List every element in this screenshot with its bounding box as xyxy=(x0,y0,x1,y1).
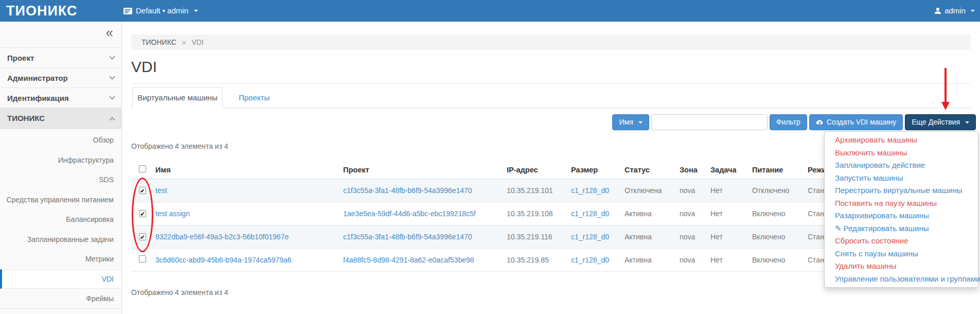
table-toolbar: Имя Фильтр Создать VDI машину Еще Действ… xyxy=(612,114,976,130)
sidebar-section-administrator[interactable]: Администратор xyxy=(0,68,121,88)
table-summary-bottom: Отображено 4 элемента из 4 xyxy=(131,288,228,296)
vm-name-link[interactable]: test xyxy=(155,186,167,195)
flavor-link[interactable]: c1_r128_d0 xyxy=(571,210,609,218)
column-header-status[interactable]: Статус xyxy=(621,161,676,179)
breadcrumb-separator: » xyxy=(182,38,186,46)
filter-button[interactable]: Фильтр xyxy=(770,114,807,130)
flavor-link[interactable]: c1_r128_d0 xyxy=(571,186,609,195)
sidebar-section-label: Проект xyxy=(7,54,34,62)
menu-item-pause[interactable]: Поставить на паузу машины xyxy=(825,197,978,210)
breadcrumb: ТИОНИКС » VDI xyxy=(131,34,971,50)
project-link[interactable]: f4a88fc5-8d98-4291-8a62-e0acaf53be98 xyxy=(343,256,474,264)
more-actions-button[interactable]: Еще Действия xyxy=(905,114,976,130)
sidebar-section-identity[interactable]: Идентификация xyxy=(0,88,121,108)
sidebar-subnav: Обзор Инфраструктура SDS Средства управл… xyxy=(0,129,121,309)
project-link[interactable]: c1f3c55a-3fa1-48fb-b6f9-54a3996e1470 xyxy=(343,233,472,241)
project-link[interactable]: 1ae3e5ea-59df-44d6-a5bc-ebc199218c5f xyxy=(343,210,476,218)
breadcrumb-current: VDI xyxy=(191,38,203,46)
menu-item-reset-state[interactable]: Сбросить состояние xyxy=(825,235,978,248)
column-header-size[interactable]: Размер xyxy=(567,161,621,179)
sidebar-item-overview[interactable]: Обзор xyxy=(0,130,121,150)
project-card-icon xyxy=(123,8,132,14)
menu-item-edit[interactable]: ✎Редактировать машины xyxy=(825,222,978,235)
vm-task: Нет xyxy=(707,202,749,225)
filter-field-dropdown[interactable]: Имя xyxy=(612,114,649,130)
sidebar-item-scheduled-tasks[interactable]: Запланированные задачи xyxy=(0,230,121,250)
menu-item-power-off[interactable]: Выключить машины xyxy=(825,147,978,160)
column-header-project[interactable]: Проект xyxy=(340,161,503,179)
vm-ip: 10.35.219.108 xyxy=(503,202,567,225)
menu-item-rebuild[interactable]: Перестроить виртуальные машины xyxy=(825,184,978,197)
menu-item-unarchive[interactable]: Разархивировать машины xyxy=(825,210,978,222)
vm-task: Нет xyxy=(707,248,749,271)
create-vdi-button[interactable]: Создать VDI машину xyxy=(809,114,903,130)
annotation-red-arrow-head xyxy=(941,102,950,110)
tab-virtual-machines[interactable]: Виртуальные машины xyxy=(132,87,223,108)
vm-name-link[interactable]: 8322dba9-e56f-49a3-b2c3-56b10f01967e xyxy=(155,233,289,241)
column-header-zone[interactable]: Зона xyxy=(676,161,707,179)
sidebar-section-label: Идентификация xyxy=(7,94,69,102)
vm-ip: 10.35.219.85 xyxy=(503,248,567,271)
user-menu[interactable]: admin xyxy=(934,0,975,22)
vm-status: Активна xyxy=(621,202,676,225)
column-header-name[interactable]: Имя xyxy=(152,161,340,179)
vm-zone: nova xyxy=(676,179,707,202)
menu-item-unpause[interactable]: Снять с паузы машины xyxy=(825,248,978,260)
sidebar-item-sds[interactable]: SDS xyxy=(0,170,121,190)
sidebar-item-metrics[interactable]: Метрики xyxy=(0,249,121,269)
row-checkbox[interactable] xyxy=(139,255,146,263)
more-actions-menu: Архивировать машины Выключить машины Зап… xyxy=(824,131,978,288)
menu-item-delete[interactable]: Удалить машины xyxy=(825,260,978,273)
vm-zone: nova xyxy=(676,202,707,225)
vm-ip: 10.35.219.116 xyxy=(503,225,567,248)
vm-name-link[interactable]: test assign xyxy=(155,210,190,218)
sidebar-item-balancing[interactable]: Балансировка xyxy=(0,210,121,230)
vm-power: Включено xyxy=(749,225,804,248)
sidebar-section-project[interactable]: Проект xyxy=(0,48,121,68)
vm-task: Нет xyxy=(707,179,749,202)
vm-name-link[interactable]: 3c6d60cc-abd9-45b6-b94a-1974ca5979a6 xyxy=(155,256,292,264)
column-header-ip[interactable]: IP-адрес xyxy=(503,161,567,179)
chevron-down-icon xyxy=(109,54,115,59)
create-vdi-label: Создать VDI машину xyxy=(827,115,897,130)
column-header-task[interactable]: Задача xyxy=(707,161,749,179)
pencil-icon: ✎ xyxy=(835,224,842,233)
main-content: ТИОНИКС » VDI VDI Виртуальные машины Про… xyxy=(122,22,980,314)
top-header: ТИОНИКС Default • admin admin xyxy=(0,0,980,22)
menu-item-archive[interactable]: Архивировать машины xyxy=(825,134,978,147)
select-all-checkbox[interactable] xyxy=(139,165,146,172)
chevron-down-icon xyxy=(194,10,198,12)
vm-status: Активна xyxy=(621,225,676,248)
sidebar-item-vdi[interactable]: VDI xyxy=(0,269,121,289)
project-link[interactable]: c1f3c55a-3fa1-48fb-b6f9-54a3996e1470 xyxy=(343,186,472,195)
sidebar-item-frames[interactable]: Фреймы xyxy=(0,289,121,309)
app-logo[interactable]: ТИОНИКС xyxy=(6,0,77,22)
sidebar-section-tionix[interactable]: ТИОНИКС xyxy=(0,108,121,129)
row-checkbox[interactable] xyxy=(139,187,146,194)
flavor-link[interactable]: c1_r128_d0 xyxy=(571,233,609,241)
breadcrumb-root: ТИОНИКС xyxy=(141,38,176,46)
tab-projects[interactable]: Проекты xyxy=(231,87,277,108)
menu-item-start[interactable]: Запустить машины xyxy=(825,172,978,185)
collapse-sidebar-icon[interactable]: « xyxy=(106,25,113,40)
chevron-down-icon xyxy=(965,121,969,124)
project-switcher-label: Default • admin xyxy=(136,0,188,22)
row-checkbox[interactable] xyxy=(139,233,146,240)
vm-status: Активна xyxy=(621,248,676,271)
vm-zone: nova xyxy=(676,225,707,248)
menu-item-schedule-action[interactable]: Запланировать действие xyxy=(825,159,978,172)
search-input[interactable] xyxy=(651,114,768,130)
row-checkbox[interactable] xyxy=(139,210,146,217)
column-header-power[interactable]: Питание xyxy=(749,161,804,179)
sidebar-item-infrastructure[interactable]: Инфраструктура xyxy=(0,150,121,170)
chevron-down-icon xyxy=(638,121,643,124)
sidebar-item-power-management[interactable]: Средства управления питанием xyxy=(0,190,121,210)
flavor-link[interactable]: c1_r128_d0 xyxy=(571,256,609,264)
sidebar: « Проект Администратор Идентификация ТИО… xyxy=(0,22,122,314)
chevron-down-icon xyxy=(109,94,115,99)
user-icon xyxy=(934,7,941,14)
project-switcher[interactable]: Default • admin xyxy=(123,0,198,22)
sidebar-section-label: ТИОНИКС xyxy=(7,114,45,123)
filter-field-label: Имя xyxy=(619,115,633,130)
menu-item-manage-users-groups[interactable]: Управление пользователями и группами xyxy=(825,273,978,286)
